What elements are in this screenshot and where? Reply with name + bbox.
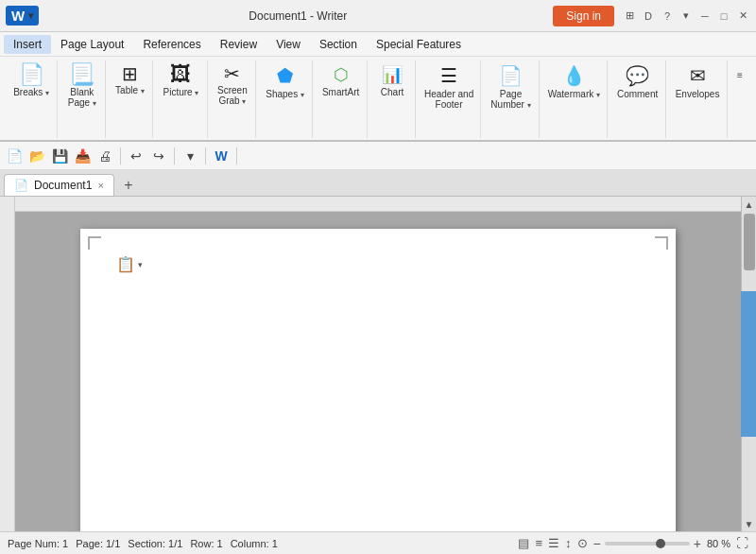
- watermark-button[interactable]: 💧 Watermark ▾: [543, 61, 605, 103]
- smartart-label: SmartArt: [322, 87, 359, 97]
- minimize-button[interactable]: ─: [697, 9, 713, 24]
- breaks-label: Breaks ▾: [13, 87, 49, 97]
- blank-page-button[interactable]: 📃 BlankPage ▾: [63, 61, 101, 112]
- toolbar-separator-2: [174, 147, 175, 164]
- toolbar-icon-button2[interactable]: D: [641, 9, 656, 24]
- left-ruler: [0, 197, 15, 531]
- close-button[interactable]: ✕: [735, 9, 750, 24]
- shapes-icon: ⬟: [277, 64, 293, 87]
- paste-icon-symbol: 📋: [116, 255, 135, 273]
- status-bar: Page Num: 1 Page: 1/1 Section: 1/1 Row: …: [0, 531, 756, 554]
- scroll-sidebar-accent: [741, 291, 756, 437]
- watermark-label: Watermark ▾: [548, 89, 600, 99]
- comment-button[interactable]: 💬 Comment: [612, 61, 662, 103]
- zoom-track[interactable]: [605, 542, 690, 545]
- main-area: 📋 ▾ ▲ ▼: [0, 197, 756, 531]
- shapes-label: Shapes ▾: [266, 89, 304, 99]
- zoom-minus-button[interactable]: −: [593, 536, 601, 551]
- help-button[interactable]: ?: [660, 9, 675, 24]
- document-tab[interactable]: 📄 Document1 ×: [4, 174, 114, 196]
- maximize-button[interactable]: □: [716, 9, 731, 24]
- toolbar: 📄 📂 💾 📥 🖨 ↩ ↪ ▾ W: [0, 142, 756, 170]
- screen-grab-button[interactable]: ✂ ScreenGrab ▾: [213, 61, 252, 110]
- new-doc-button[interactable]: 📄: [4, 146, 25, 166]
- picture-button[interactable]: 🖼 Picture ▾: [159, 61, 204, 101]
- view-icon-1[interactable]: ▤: [518, 536, 529, 550]
- table-button[interactable]: ⊞ Table ▾: [111, 61, 149, 99]
- open-button[interactable]: 📂: [26, 146, 47, 166]
- chart-button[interactable]: 📊 Chart: [373, 61, 411, 101]
- envelopes-button[interactable]: ✉ Envelopes: [671, 61, 725, 103]
- paste-icon-area[interactable]: 📋 ▾: [116, 255, 143, 273]
- scroll-up-button[interactable]: ▲: [742, 197, 756, 212]
- doc-tab-title: Document1: [34, 179, 92, 192]
- view-icon-3[interactable]: ☰: [548, 536, 559, 550]
- smartart-icon: ⬡: [334, 64, 349, 85]
- chart-icon: 📊: [382, 64, 403, 85]
- print-button[interactable]: 🖨: [94, 146, 115, 166]
- zoom-control[interactable]: − +: [593, 536, 701, 551]
- window-controls: ⊞ D ? ▾ ─ □ ✕: [622, 9, 750, 24]
- menu-item-page-layout[interactable]: Page Layout: [51, 35, 133, 54]
- menu-item-insert[interactable]: Insert: [4, 35, 51, 54]
- status-controls: ▤ ≡ ☰ ↕ ⊙ − + 80 % ⛶: [518, 536, 748, 551]
- menu-item-section[interactable]: Section: [310, 35, 367, 54]
- tab-bar: 📄 Document1 × +: [0, 170, 756, 197]
- picture-label: Picture ▾: [163, 87, 199, 97]
- page-number-button[interactable]: 📄 PageNumber ▾: [486, 61, 535, 113]
- app-logo[interactable]: W ▾: [6, 6, 39, 26]
- more-button[interactable]: ▾: [679, 9, 694, 24]
- right-scrollbar[interactable]: ▲ ▼: [741, 197, 756, 531]
- smartart-button[interactable]: ⬡ SmartArt: [318, 61, 364, 101]
- menu-item-review[interactable]: Review: [211, 35, 266, 54]
- row-status: Row: 1: [190, 538, 222, 549]
- page-corner-tl: [88, 236, 101, 250]
- breaks-button[interactable]: 📄 Breaks ▾: [9, 61, 54, 101]
- header-footer-label: Header andFooter: [424, 89, 473, 110]
- ribbon-group-header-footer: ☰ Header andFooter: [418, 61, 482, 138]
- window-title: Document1 - Writer: [43, 9, 553, 23]
- doc-tab-close[interactable]: ×: [97, 180, 103, 191]
- scroll-container[interactable]: 📋 ▾: [15, 212, 741, 531]
- ribbon-group-chart: 📊 Chart: [369, 61, 415, 138]
- header-footer-icon: ☰: [440, 64, 457, 87]
- breaks-icon: 📄: [19, 64, 44, 85]
- ribbon-group-watermark: 💧 Watermark ▾: [541, 61, 609, 138]
- zoom-thumb[interactable]: [656, 539, 665, 548]
- scroll-thumb[interactable]: [744, 214, 755, 270]
- envelopes-label: Envelopes: [676, 89, 720, 99]
- shapes-button[interactable]: ⬟ Shapes ▾: [261, 61, 309, 103]
- export-pdf-button[interactable]: 📥: [72, 146, 93, 166]
- content-area: 📋 ▾: [15, 197, 741, 531]
- redo-button[interactable]: ↪: [148, 146, 169, 166]
- new-tab-button[interactable]: +: [118, 175, 139, 196]
- ribbon-group-breaks: 📄 Breaks ▾: [6, 61, 58, 138]
- header-footer-button[interactable]: ☰ Header andFooter: [420, 61, 478, 113]
- menu-item-view[interactable]: View: [266, 35, 310, 54]
- save-button[interactable]: 💾: [49, 146, 70, 166]
- ribbon-group-comment: 💬 Comment: [610, 61, 666, 138]
- view-icon-5[interactable]: ⊙: [577, 536, 588, 550]
- doc-tab-icon: 📄: [14, 179, 28, 192]
- ribbon-expand-button[interactable]: ≡: [730, 64, 750, 85]
- zoom-plus-button[interactable]: +: [694, 536, 701, 551]
- app-menu-dropdown[interactable]: ▾: [28, 10, 33, 21]
- menu-item-special-features[interactable]: Special Features: [367, 35, 471, 54]
- paste-dropdown-arrow[interactable]: ▾: [138, 260, 143, 269]
- comment-icon: 💬: [626, 64, 649, 87]
- undo-button[interactable]: ↩: [126, 146, 146, 166]
- app-logo-letter: W: [11, 8, 25, 24]
- view-icon-2[interactable]: ≡: [535, 536, 542, 550]
- view-icon-4[interactable]: ↕: [565, 536, 572, 550]
- wps-logo-button[interactable]: W: [211, 146, 232, 166]
- ribbon-group-smartart: ⬡ SmartArt: [315, 61, 369, 138]
- sign-in-button[interactable]: Sign in: [553, 6, 614, 26]
- screen-grab-icon: ✂: [224, 64, 240, 83]
- fit-page-button[interactable]: ⛶: [736, 536, 748, 550]
- page-content[interactable]: [118, 257, 638, 531]
- menu-item-references[interactable]: References: [133, 35, 210, 54]
- ribbon-group-picture: 🖼 Picture ▾: [155, 61, 207, 138]
- format-dropdown-button[interactable]: ▾: [180, 146, 200, 166]
- scroll-down-button[interactable]: ▼: [742, 516, 756, 531]
- toolbar-icon-button[interactable]: ⊞: [622, 9, 637, 24]
